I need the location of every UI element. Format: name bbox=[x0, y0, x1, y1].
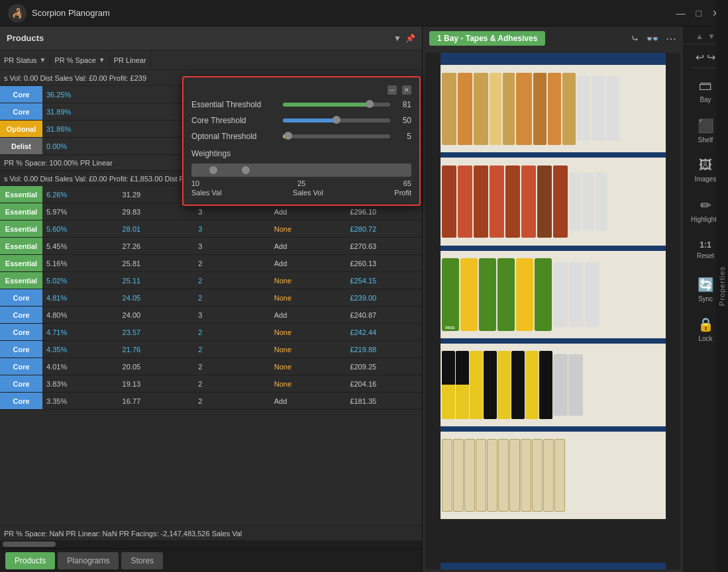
bottom-stats: PR % Space: NaN PR Linear: NaN PR Facing… bbox=[0, 526, 422, 540]
sidebar-up-arrow[interactable]: ▲ bbox=[696, 32, 703, 41]
badge-essential-2: Essential bbox=[0, 203, 42, 220]
optional-slider[interactable] bbox=[283, 134, 390, 138]
cell-12-3: 2 bbox=[194, 380, 270, 388]
sidebar-down-arrow[interactable]: ▼ bbox=[707, 32, 715, 41]
cell-10-2: 21.76 bbox=[119, 346, 195, 354]
cell-6-2: 25.11 bbox=[119, 277, 195, 285]
core-slider[interactable] bbox=[283, 119, 390, 122]
table-row: Essential 5.45% 27.26 3 Add £270.63 bbox=[0, 238, 422, 255]
cell-7-3: 2 bbox=[194, 294, 270, 302]
reset-label: Reset bbox=[697, 252, 714, 260]
weight-name-2: Sales Vol bbox=[293, 189, 323, 197]
cell-11-2: 20.05 bbox=[119, 363, 195, 371]
tab-planograms[interactable]: Planograms bbox=[58, 552, 119, 569]
badge-core-2: Core bbox=[0, 103, 42, 120]
title-bar: 🦂 Scorpion Planogram — □ ✕ bbox=[0, 0, 728, 26]
cell-13-2: 16.77 bbox=[119, 397, 195, 405]
highlights-icon: ✏ bbox=[700, 197, 711, 213]
cell-9-3: 2 bbox=[194, 328, 270, 336]
filter-row: PR Status ▼ PR % Space ▼ PR Linear bbox=[0, 50, 422, 70]
cell-10-1: 4.35% bbox=[42, 346, 119, 354]
optional-slider-thumb[interactable] bbox=[284, 132, 292, 140]
cell-2-3: 3 bbox=[194, 208, 270, 216]
cell-3-3: 3 bbox=[194, 225, 270, 233]
weightings-slider[interactable] bbox=[191, 164, 411, 177]
cell-10-5: £219.88 bbox=[346, 346, 422, 354]
cell-2-4: Add bbox=[270, 208, 346, 216]
popup-minimize-btn[interactable]: — bbox=[388, 85, 397, 95]
pin-icon[interactable]: 📌 bbox=[405, 34, 415, 43]
table-row: Core 3.35% 16.77 2 Add £181.35 bbox=[0, 393, 422, 410]
cell-1-1: 6.26% bbox=[42, 191, 119, 199]
minimize-button[interactable]: — bbox=[676, 8, 686, 19]
essential-slider-thumb[interactable] bbox=[366, 100, 374, 108]
cell-13-5: £181.35 bbox=[346, 397, 422, 405]
filter-icon-space: ▼ bbox=[99, 56, 105, 64]
filter-label-status: PR Status bbox=[4, 56, 37, 64]
cell-11-4: None bbox=[270, 363, 346, 371]
lock-label: Lock bbox=[698, 335, 712, 342]
app-title: Scorpion Planogram bbox=[32, 8, 110, 18]
badge-core-row-4: Core bbox=[0, 341, 42, 358]
filter-pr-linear[interactable]: PR Linear bbox=[110, 50, 151, 70]
cell-12-1: 3.83% bbox=[42, 380, 119, 388]
h-scroll-thumb[interactable] bbox=[3, 542, 56, 547]
cell-13-4: Add bbox=[270, 397, 346, 405]
h-scroll[interactable] bbox=[0, 540, 422, 548]
bottom-tabs: Products Planograms Stores bbox=[0, 548, 422, 572]
cell-2-1: 5.97% bbox=[42, 208, 119, 216]
popup-close-row: — ✕ bbox=[191, 85, 411, 95]
redo-button[interactable]: ↪ bbox=[707, 51, 715, 64]
cell-6-1: 5.02% bbox=[42, 277, 119, 285]
cell-12-5: £204.16 bbox=[346, 380, 422, 388]
data-table: s Vol: 0.00 Dist Sales Val: £0.00 Profit… bbox=[0, 171, 422, 526]
glasses-icon[interactable]: 👓 bbox=[646, 32, 659, 45]
cell-5-2: 25.81 bbox=[119, 260, 195, 267]
core-slider-thumb[interactable] bbox=[333, 116, 340, 124]
badge-essential-6: Essential bbox=[0, 272, 42, 289]
cell-4-3: 3 bbox=[194, 242, 270, 250]
core-slider-fill bbox=[283, 119, 337, 122]
cell-5-5: £260.13 bbox=[346, 260, 422, 267]
panel-title: Products bbox=[7, 33, 44, 43]
badge-core-row-5: Core bbox=[0, 358, 42, 375]
app-logo: 🦂 bbox=[8, 4, 26, 23]
essential-threshold-row: Essential Threshold 81 bbox=[191, 100, 411, 109]
filter-pr-status[interactable]: PR Status ▼ bbox=[0, 50, 50, 70]
cell-4-5: £270.63 bbox=[346, 242, 422, 250]
planogram-content: FROG bbox=[425, 53, 680, 569]
badge-core-1: Core bbox=[0, 86, 42, 103]
cell-5-4: Add bbox=[270, 260, 346, 267]
dropdown-icon[interactable]: ▼ bbox=[393, 34, 401, 43]
weight-thumb-2[interactable] bbox=[242, 166, 250, 174]
cell-12-4: None bbox=[270, 380, 346, 388]
weightings-names: Sales Val Sales Vol Profit bbox=[191, 189, 411, 197]
bay-icon: 🗃 bbox=[699, 78, 712, 93]
undo-button[interactable]: ↩ bbox=[696, 51, 704, 64]
weight-thumb-1[interactable] bbox=[209, 166, 217, 174]
maximize-button[interactable]: □ bbox=[696, 8, 702, 19]
weightings-values: 10 25 65 bbox=[191, 179, 411, 187]
essential-slider[interactable] bbox=[283, 103, 390, 107]
tab-products[interactable]: Products bbox=[5, 552, 55, 569]
shelf-label: Shelf bbox=[698, 136, 713, 144]
threshold-popup: — ✕ Essential Threshold 81 Core Threshol… bbox=[182, 76, 421, 206]
badge-essential-1: Essential bbox=[0, 186, 42, 203]
cell-8-2: 24.00 bbox=[119, 311, 195, 319]
cell-8-3: 3 bbox=[194, 311, 270, 319]
tab-stores[interactable]: Stores bbox=[121, 552, 163, 569]
cell-3-2: 28.01 bbox=[119, 225, 195, 233]
badge-essential-4: Essential bbox=[0, 238, 42, 254]
essential-slider-fill bbox=[283, 103, 370, 107]
weightings-label: Weightings bbox=[191, 149, 411, 158]
weight-name-3: Profit bbox=[394, 189, 411, 197]
reset-icon: 1:1 bbox=[700, 240, 711, 250]
popup-close-btn[interactable]: ✕ bbox=[402, 85, 411, 95]
filter-pr-space[interactable]: PR % Space ▼ bbox=[50, 50, 109, 70]
sync-label: Sync bbox=[698, 295, 713, 303]
share-icon[interactable]: ⤷ bbox=[631, 32, 639, 45]
more-icon[interactable]: ⋯ bbox=[666, 32, 676, 45]
cell-3-4: None bbox=[270, 225, 346, 233]
table-row: Core 4.71% 23.57 2 None £242.44 bbox=[0, 324, 422, 341]
bottom-stats-text: PR % Space: NaN PR Linear: NaN PR Facing… bbox=[4, 530, 242, 538]
